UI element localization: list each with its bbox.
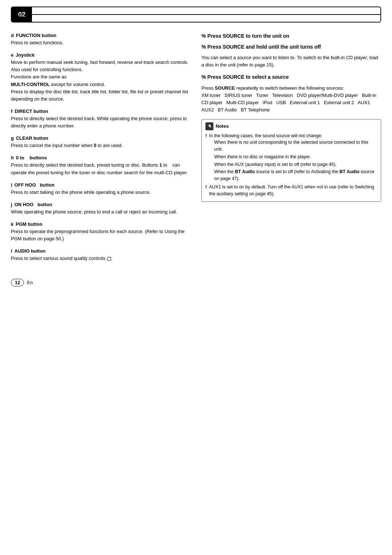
header-bar: 02	[11, 7, 381, 23]
item-j-title: jON HOO button	[11, 202, 191, 207]
item-i-heading: OFF HOO button	[15, 182, 54, 188]
item-f: fDIRECT button Press to directly select …	[11, 109, 191, 130]
item-d-letter: d	[11, 33, 14, 38]
right-heading-2-text: Press SOURCE and hold until the unit tur…	[207, 44, 321, 50]
item-e-heading: Joystick	[16, 52, 34, 58]
note-item-1: In the following cases, the sound source…	[205, 132, 377, 182]
bullet-2: %	[201, 44, 206, 50]
right-body-2: You can select a source you want to list…	[201, 54, 381, 69]
notes-box: ✎ Notes In the following cases, the soun…	[201, 119, 381, 202]
item-i-body: Press to start talking on the phone whil…	[11, 189, 191, 196]
right-heading-3: % Press SOURCE to select a source	[201, 74, 381, 81]
item-h-title: h0 to buttons	[11, 155, 191, 160]
item-j: jON HOO button While operating the phone…	[11, 202, 191, 216]
item-l: lAUDIO button Press to select various so…	[11, 248, 191, 262]
item-d-title: dFUNCTION button	[11, 33, 191, 38]
page-container: Section 02 dFUNCTION button Press to sel…	[0, 7, 392, 555]
item-f-heading: DIRECT button	[15, 109, 48, 114]
item-g-heading: CLEAR button	[16, 135, 48, 141]
item-h-letter: h	[11, 155, 14, 160]
item-e-letter: e	[11, 52, 13, 58]
item-e-title: eJoystick	[11, 52, 191, 58]
notes-pencil-icon: ✎	[205, 122, 213, 130]
item-i-letter: i	[11, 182, 12, 188]
bt-audio-bold-1: BT Audio	[235, 169, 255, 174]
item-e: eJoystick Move to perform manual seek tu…	[11, 52, 191, 103]
item-l-body: Press to select various sound quality co…	[11, 255, 191, 262]
item-h-body: Press to directly select the desired tra…	[11, 162, 191, 176]
item-f-letter: f	[11, 109, 12, 114]
stop-icon	[107, 257, 111, 261]
source-bold: SOURCE	[215, 85, 235, 91]
right-heading-1-text: Press SOURCE to turn the unit on	[207, 33, 289, 39]
page-number: 12	[11, 279, 24, 286]
item-e-multicontrol: MULTI-CONTROL	[11, 82, 50, 87]
item-l-title: lAUDIO button	[11, 248, 191, 254]
item-l-heading: AUDIO button	[15, 248, 46, 254]
item-f-title: fDIRECT button	[11, 109, 191, 114]
right-column: % Press SOURCE to turn the unit on % Pre…	[201, 33, 381, 268]
right-heading-1: % Press SOURCE to turn the unit on	[201, 33, 381, 40]
main-content: dFUNCTION button Press to select functio…	[11, 33, 381, 268]
item-i-title: iOFF HOO button	[11, 182, 191, 188]
bullet-3: %	[201, 74, 206, 80]
note-item-2: AUX1 is set to on by default. Turn off t…	[205, 184, 377, 197]
item-h-heading: 0 to buttons	[16, 155, 47, 160]
item-d: dFUNCTION button Press to select functio…	[11, 33, 191, 46]
item-j-body: While operating the phone source, press …	[11, 208, 191, 216]
header-line	[32, 14, 380, 15]
right-heading-3-text: Press SOURCE to select a source	[207, 74, 289, 80]
item-i: iOFF HOO button Press to start talking o…	[11, 182, 191, 196]
right-heading-2: % Press SOURCE and hold until the unit t…	[201, 44, 381, 51]
item-g-letter: g	[11, 135, 14, 141]
notes-header: ✎ Notes	[205, 122, 377, 130]
item-k-letter: k	[11, 221, 13, 227]
item-d-heading: FUNCTION button	[16, 33, 56, 38]
footer-lang: En	[27, 280, 33, 285]
item-f-body: Press to directly select the desired tra…	[11, 115, 191, 130]
sources-list: XM tuner SIRIUS tuner Tuner Television D…	[201, 93, 376, 113]
item-k-title: kPGM button	[11, 221, 191, 227]
bullet-1: %	[201, 33, 206, 39]
item-k: kPGM button Press to operate the preprog…	[11, 221, 191, 242]
sources-intro: Press SOURCE repeatedly to switch betwee…	[201, 85, 381, 114]
bt-audio-bold-2: BT Audio	[339, 169, 359, 174]
note-sub-3: When the AUX (auxiliary input) is set to…	[209, 161, 377, 168]
item-l-letter: l	[11, 248, 12, 254]
item-h: h0 to buttons Press to directly select t…	[11, 155, 191, 176]
note-sub-2: When there is no disc or magazine in the…	[209, 154, 377, 160]
item-j-letter: j	[11, 202, 12, 207]
item-e-body: Move to perform manual seek tuning, fast…	[11, 59, 191, 103]
section-label: Section	[12, 15, 25, 19]
footer: 12 En	[11, 279, 381, 286]
item-d-body: Press to select functions.	[11, 39, 191, 46]
item-g-body: Press to cancel the input number when 0 …	[11, 142, 191, 149]
note-sub-1: When there is no unit corresponding to t…	[209, 139, 377, 153]
item-j-heading: ON HOO button	[15, 202, 52, 207]
note-sub-4: When the BT Audio source is set to off (…	[209, 168, 377, 182]
item-g: gCLEAR button Press to cancel the input …	[11, 135, 191, 149]
item-k-body: Press to operate the preprogrammed funct…	[11, 228, 191, 242]
notes-title: Notes	[216, 123, 229, 130]
item-k-heading: PGM button	[16, 221, 42, 227]
left-column: dFUNCTION button Press to select functio…	[11, 33, 191, 268]
item-g-title: gCLEAR button	[11, 135, 191, 141]
